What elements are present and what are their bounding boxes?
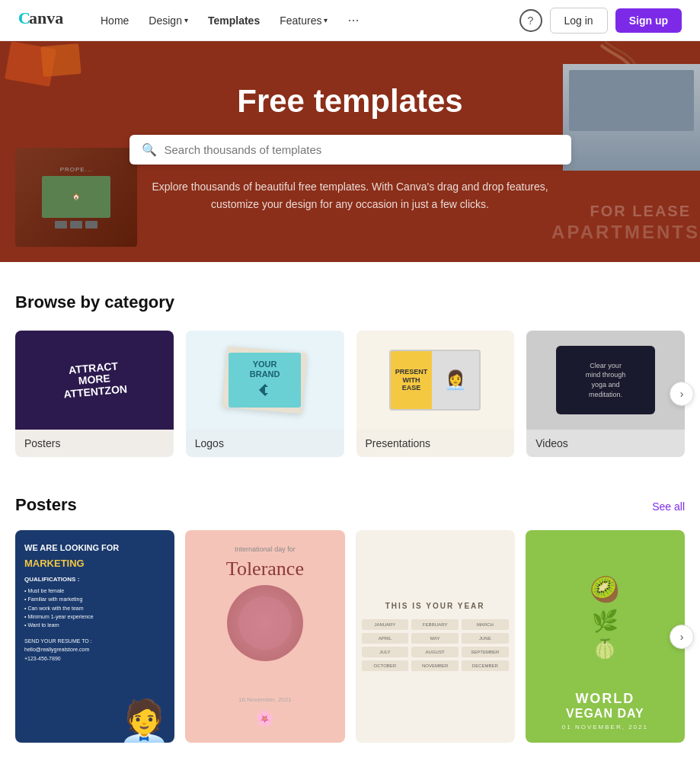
poster-marketing-qualifications: QUALIFICATIONS : • Must be female• Famil… <box>24 575 165 629</box>
kiwi-icon: 🥝 <box>590 575 620 604</box>
search-icon: 🔍 <box>142 142 157 157</box>
hero-apartment-card <box>563 64 700 171</box>
pres-right-panel: 👩‍💼 <box>432 351 480 409</box>
search-input[interactable] <box>165 143 559 156</box>
poster-calendar-grid: JANUARY FEBRUARY MARCH APRIL MAY JUNE JU… <box>362 619 509 671</box>
design-chevron-icon: ▾ <box>184 16 188 24</box>
hero-section: PROPE... 🏠 FOR LEASE APARTMENTS Free tem… <box>0 41 700 262</box>
category-image-presentations: PRESENTWITHEASE 👩‍💼 <box>356 331 515 430</box>
category-label-videos: Videos <box>526 430 685 457</box>
presentation-preview: PRESENTWITHEASE 👩‍💼 <box>356 331 515 430</box>
qualifications-list: • Must be female• Familiar with marketin… <box>24 587 165 629</box>
hero-card-label: PROPE... <box>42 166 110 173</box>
category-card-presentations[interactable]: PRESENTWITHEASE 👩‍💼 Presentations <box>356 331 515 457</box>
category-image-videos: Clear yourmind throughyoga andmeditation… <box>526 331 685 430</box>
hero-card-icons <box>42 221 110 229</box>
leaves-icon: 🌿 <box>592 609 618 634</box>
posters-section-title: Posters <box>15 495 77 515</box>
nav-design[interactable]: Design ▾ <box>141 10 196 31</box>
hero-card-image: 🏠 <box>42 176 110 218</box>
month-mar: MARCH <box>462 619 509 630</box>
poster-card-tolerance[interactable]: International day for Tolerance 16 Novem… <box>185 530 344 743</box>
poster-tolerance-date: 16 November, 2021 <box>238 696 292 703</box>
posters-carousel-next[interactable]: › <box>670 625 694 649</box>
poster-cta: SEND YOUR RESUME TO :hello@reallygreatst… <box>24 637 165 663</box>
svg-text:anva: anva <box>29 8 63 27</box>
hero-apartments-text: APARTMENTS <box>551 222 700 243</box>
category-grid: ATTRACTMOREATTENTZON Posters YOURBRAND <box>15 331 685 457</box>
vegan-date: 01 NOVEMBER, 2021 <box>562 724 648 730</box>
login-button[interactable]: Log in <box>550 8 608 34</box>
hero-property-card: PROPE... 🏠 <box>15 148 137 247</box>
poster-marketing-title: WE ARE LOOKING FOR <box>24 542 165 553</box>
see-all-posters[interactable]: See all <box>652 500 685 513</box>
category-card-videos[interactable]: Clear yourmind throughyoga andmeditation… <box>526 331 685 457</box>
hero-search-bar[interactable]: 🔍 <box>129 135 571 165</box>
hero-title: Free templates <box>237 83 462 120</box>
fruit-icon: 🍈 <box>593 638 616 660</box>
poster-card-vegan[interactable]: 🥝 🌿 🍈 WORLD VEGAN DAY 01 NOVEMBER, 2021 <box>526 530 685 743</box>
more-options[interactable]: ··· <box>340 8 366 33</box>
poster-figure-icon: 🧑‍💼 <box>118 701 171 743</box>
nav-right: ? Log in Sign up <box>519 8 682 34</box>
browse-section: Browse by category ATTRACTMOREATTENTZON … <box>0 262 700 488</box>
poster-vegan-decoration: 🥝 🌿 🍈 <box>533 538 677 697</box>
nav-links: Home Design ▾ Templates Features ▾ ··· <box>93 8 519 33</box>
logo-preview: YOURBRAND <box>186 331 344 430</box>
nav-home[interactable]: Home <box>93 10 136 31</box>
logo-card-wrap: YOURBRAND <box>219 342 311 418</box>
pres-slide: PRESENTWITHEASE 👩‍💼 <box>389 350 481 411</box>
category-label-logos: Logos <box>186 430 344 457</box>
month-dec: DECEMBER <box>462 660 509 671</box>
logo-front-card: YOURBRAND <box>229 353 301 408</box>
nav-templates[interactable]: Templates <box>200 10 267 31</box>
pres-container: PRESENTWITHEASE 👩‍💼 <box>385 346 484 414</box>
pres-text: PRESENTWITHEASE <box>395 368 428 392</box>
category-card-posters[interactable]: ATTRACTMOREATTENTZON Posters <box>15 331 174 457</box>
hero-decoration-book2 <box>40 43 81 77</box>
category-card-logos[interactable]: YOURBRAND Logos <box>186 331 344 457</box>
category-image-posters: ATTRACTMOREATTENTZON <box>15 331 174 430</box>
vegan-title-1: WORLD <box>562 692 648 707</box>
poster-tolerance-art <box>227 585 303 661</box>
qualifications-label: QUALIFICATIONS : <box>24 575 165 584</box>
month-jun: JUNE <box>462 633 509 644</box>
poster-calendar-title: THIS IS YOUR YEAR <box>385 602 485 610</box>
category-image-logos: YOURBRAND <box>186 331 344 430</box>
hero-apartment-image <box>563 64 700 137</box>
poster-tolerance-subtitle: International day for <box>235 545 296 553</box>
nav-features[interactable]: Features ▾ <box>272 10 335 31</box>
month-may: MAY <box>411 633 459 644</box>
posters-section-header: Posters See all <box>15 495 685 515</box>
category-label-presentations: Presentations <box>356 430 515 457</box>
category-label-posters: Posters <box>15 430 174 457</box>
month-nov: NOVEMBER <box>411 660 459 671</box>
posters-grid: WE ARE LOOKING FOR MARKETING QUALIFICATI… <box>15 530 685 743</box>
pres-yellow-panel: PRESENTWITHEASE <box>391 351 431 409</box>
month-apr: APRIL <box>362 633 409 644</box>
features-chevron-icon: ▾ <box>324 16 328 24</box>
month-aug: AUGUST <box>411 647 459 657</box>
poster-card-marketing[interactable]: WE ARE LOOKING FOR MARKETING QUALIFICATI… <box>15 530 174 743</box>
month-jan: JANUARY <box>362 619 409 630</box>
hero-description: Explore thousands of beautiful free temp… <box>145 178 556 213</box>
browse-title: Browse by category <box>15 292 685 312</box>
month-sep: SEPTEMBER <box>462 647 509 657</box>
poster-tolerance-title: Tolerance <box>226 558 304 580</box>
logo-arrow-icon <box>257 382 273 401</box>
poster-text: ATTRACTMOREATTENTZON <box>61 360 127 400</box>
help-button[interactable]: ? <box>519 9 542 32</box>
svg-marker-2 <box>259 384 268 396</box>
video-text: Clear yourmind throughyoga andmeditation… <box>586 361 626 399</box>
posters-section: Posters See all WE ARE LOOKING FOR MARKE… <box>0 488 700 773</box>
logo[interactable]: C anva <box>18 7 72 34</box>
category-carousel-next[interactable]: › <box>670 382 694 406</box>
poster-vegan-text: WORLD VEGAN DAY 01 NOVEMBER, 2021 <box>562 692 648 730</box>
signup-button[interactable]: Sign up <box>615 8 682 33</box>
logo-text: YOURBRAND <box>250 360 280 379</box>
poster-preview: ATTRACTMOREATTENTZON <box>15 331 174 430</box>
hero-for-lease-text: FOR LEASE <box>590 203 691 220</box>
poster-card-calendar[interactable]: THIS IS YOUR YEAR JANUARY FEBRUARY MARCH… <box>356 530 515 743</box>
poster-marketing-highlight: MARKETING <box>24 558 165 569</box>
video-inner: Clear yourmind throughyoga andmeditation… <box>556 346 655 414</box>
